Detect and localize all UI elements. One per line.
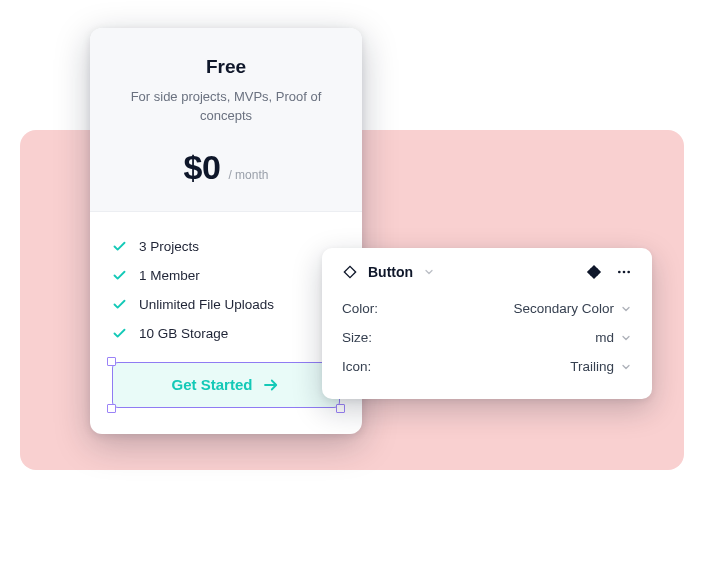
price-row: $0 / month: [114, 148, 338, 187]
feature-row: 1 Member: [112, 261, 340, 290]
feature-label: 1 Member: [139, 268, 200, 283]
property-value: Secondary Color: [513, 301, 614, 316]
property-value-select[interactable]: md: [595, 330, 632, 345]
check-icon: [112, 326, 127, 341]
inspector-header: Button: [342, 264, 632, 280]
plan-name: Free: [114, 56, 338, 78]
feature-row: 10 GB Storage: [112, 319, 340, 348]
inspector-title-group[interactable]: Button: [342, 264, 435, 280]
property-row[interactable]: Color: Secondary Color: [342, 294, 632, 323]
feature-label: 10 GB Storage: [139, 326, 228, 341]
feature-label: Unlimited File Uploads: [139, 297, 274, 312]
component-icon: [342, 264, 358, 280]
svg-point-6: [623, 271, 626, 274]
plan-price: $0: [184, 148, 221, 187]
arrow-right-icon: [262, 376, 280, 394]
plan-period: / month: [228, 168, 268, 182]
property-row[interactable]: Size: md: [342, 323, 632, 352]
inspector-title: Button: [368, 264, 413, 280]
more-icon[interactable]: [616, 264, 632, 280]
svg-point-7: [627, 271, 630, 274]
chevron-down-icon: [620, 361, 632, 373]
selection-handle[interactable]: [336, 404, 345, 413]
feature-row: 3 Projects: [112, 232, 340, 261]
check-icon: [112, 268, 127, 283]
property-row[interactable]: Icon: Trailing: [342, 352, 632, 381]
property-value: Trailing: [570, 359, 614, 374]
get-started-button[interactable]: Get Started: [112, 362, 340, 408]
inspector-panel: Button Color: [322, 248, 652, 399]
svg-point-5: [618, 271, 621, 274]
svg-rect-0: [344, 266, 355, 277]
selection-handle[interactable]: [107, 357, 116, 366]
property-value-select[interactable]: Trailing: [570, 359, 632, 374]
cta-selection-frame[interactable]: Get Started: [112, 362, 340, 408]
chevron-down-icon: [620, 332, 632, 344]
chevron-down-icon: [620, 303, 632, 315]
feature-label: 3 Projects: [139, 239, 199, 254]
variants-icon[interactable]: [586, 264, 602, 280]
pricing-card-header: Free For side projects, MVPs, Proof of c…: [90, 28, 362, 212]
cta-label: Get Started: [172, 376, 253, 393]
property-value-select[interactable]: Secondary Color: [513, 301, 632, 316]
property-label: Size:: [342, 330, 372, 345]
feature-row: Unlimited File Uploads: [112, 290, 340, 319]
check-icon: [112, 297, 127, 312]
property-value: md: [595, 330, 614, 345]
selection-handle[interactable]: [107, 404, 116, 413]
plan-subtitle: For side projects, MVPs, Proof of concep…: [126, 88, 326, 126]
property-label: Color:: [342, 301, 378, 316]
check-icon: [112, 239, 127, 254]
property-label: Icon:: [342, 359, 371, 374]
chevron-down-icon: [423, 266, 435, 278]
